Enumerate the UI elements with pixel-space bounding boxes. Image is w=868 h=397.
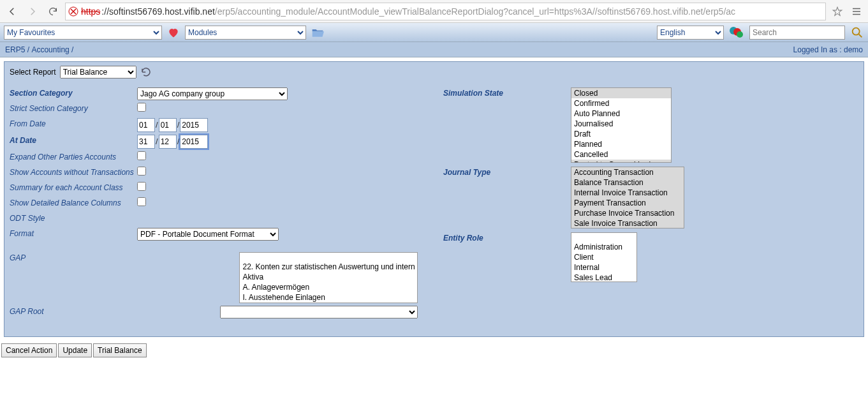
trial-balance-button[interactable]: Trial Balance	[93, 343, 147, 357]
select-report-label: Select Report	[10, 68, 56, 77]
url-sep: ://	[101, 6, 109, 17]
show-without-checkbox[interactable]	[137, 167, 146, 176]
browser-toolbar: https :// softinst56769.host.vifib.net /…	[0, 0, 868, 23]
svg-point-4	[853, 27, 860, 34]
select-report-dropdown[interactable]: Trial Balance	[60, 66, 136, 79]
journal-option[interactable]: Purchase Invoice Transaction	[571, 208, 684, 218]
breadcrumb-bar: ERP5 / Accounting / Logged In as : demo	[0, 42, 868, 57]
at-date-year[interactable]	[180, 135, 208, 149]
modules-select[interactable]: Modules	[185, 26, 306, 40]
gap-label: GAP	[10, 252, 239, 262]
sim-state-listbox[interactable]: Closed Confirmed Auto Planned Journalise…	[571, 87, 672, 163]
from-date-label: From Date	[10, 118, 137, 128]
entity-option[interactable]: Client	[571, 252, 636, 262]
hamburger-menu-icon[interactable]	[849, 4, 864, 19]
summary-class-checkbox[interactable]	[137, 182, 146, 191]
journal-type-label: Journal Type	[443, 167, 571, 177]
gap-option[interactable]: A. Anlagevermögen	[240, 282, 417, 292]
sim-state-option[interactable]: Posted to General Ledger	[571, 160, 671, 163]
gap-listbox[interactable]: 22. Konten zur statistischen Auswertung …	[239, 252, 418, 303]
search-icon[interactable]	[850, 26, 864, 40]
bookmark-star-icon[interactable]	[830, 4, 845, 19]
from-date-day[interactable]	[137, 118, 155, 132]
strict-section-label: Strict Section Category	[10, 103, 137, 113]
from-date-year[interactable]	[180, 118, 208, 132]
nav-back-button[interactable]	[4, 3, 20, 20]
heart-icon[interactable]	[167, 26, 180, 39]
entity-option[interactable]: Internal	[571, 262, 636, 273]
report-dialog: Select Report Trial Balance Section Cate…	[4, 61, 864, 337]
sim-state-option[interactable]: Draft	[571, 129, 671, 139]
odt-style-label: ODT Style	[10, 213, 137, 223]
url-path: /erp5/accounting_module/AccountModule_vi…	[215, 6, 735, 17]
journal-option[interactable]: Balance Transaction	[571, 177, 684, 188]
svg-point-3	[737, 31, 743, 38]
at-date-label: At Date	[10, 135, 137, 145]
journal-option[interactable]: Sale Invoice Transaction	[571, 218, 684, 228]
folder-open-icon[interactable]	[311, 27, 324, 38]
url-host: softinst56769.host.vifib.net	[109, 6, 215, 17]
erp5-topbar: My Favourites Modules English	[0, 23, 868, 42]
breadcrumb-accounting[interactable]: Accounting	[31, 45, 69, 54]
show-without-label: Show Accounts without Transactions	[10, 167, 137, 177]
gap-root-label: GAP Root	[10, 306, 220, 316]
journal-option[interactable]: Payment Transaction	[571, 198, 684, 208]
url-bar[interactable]: https :// softinst56769.host.vifib.net /…	[65, 3, 826, 20]
action-bar: Cancel Action Update Trial Balance	[0, 341, 868, 360]
right-column: Simulation State Closed Confirmed Auto P…	[443, 87, 858, 321]
gap-root-select[interactable]	[220, 306, 418, 318]
sim-state-option[interactable]: Cancelled	[571, 149, 671, 160]
section-category-label: Section Category	[10, 87, 137, 98]
refresh-icon[interactable]	[140, 66, 152, 78]
at-date-day[interactable]	[137, 135, 155, 149]
insecure-https-icon	[68, 6, 78, 17]
entity-option[interactable]: Administration	[571, 242, 636, 252]
language-select[interactable]: English	[657, 26, 724, 40]
language-flag-icon[interactable]	[729, 26, 744, 39]
sim-state-option[interactable]: Planned	[571, 139, 671, 149]
left-column: Section Category Jago AG company group S…	[10, 87, 418, 321]
search-input[interactable]	[749, 26, 845, 40]
url-scheme: https	[81, 6, 100, 17]
strict-section-checkbox[interactable]	[137, 103, 146, 112]
sim-state-option[interactable]: Journalised	[571, 119, 671, 129]
entity-option[interactable]: Sales Lead	[571, 273, 636, 282]
sim-state-option[interactable]: Auto Planned	[571, 109, 671, 119]
cancel-action-button[interactable]: Cancel Action	[1, 343, 57, 357]
gap-option[interactable]: I. Ausstehende Einlagen	[240, 292, 417, 303]
summary-class-label: Summary for each Account Class	[10, 182, 137, 192]
gap-option[interactable]: 22. Konten zur statistischen Auswertung …	[240, 262, 417, 272]
sim-state-option[interactable]: Confirmed	[571, 98, 671, 109]
gap-option[interactable]: Aktiva	[240, 272, 417, 282]
entity-option[interactable]	[571, 233, 636, 242]
favourites-select[interactable]: My Favourites	[4, 26, 162, 40]
detailed-balance-label: Show Detailed Balance Columns	[10, 197, 137, 207]
expand-other-label: Expand Other Parties Accounts	[10, 151, 137, 161]
journal-option[interactable]: Internal Invoice Transaction	[571, 188, 684, 198]
at-date-month[interactable]	[159, 135, 177, 149]
sim-state-label: Simulation State	[443, 87, 571, 98]
journal-option[interactable]: Accounting Transaction	[571, 167, 684, 177]
journal-type-listbox[interactable]: Accounting Transaction Balance Transacti…	[571, 167, 684, 228]
sim-state-option[interactable]: Closed	[571, 88, 671, 98]
logged-in-as: Logged In as : demo	[793, 45, 863, 54]
detailed-balance-checkbox[interactable]	[137, 197, 146, 206]
entity-role-label: Entity Role	[443, 232, 571, 243]
nav-forward-button	[24, 3, 41, 20]
format-select[interactable]: PDF - Portable Document Format	[137, 228, 279, 241]
update-button[interactable]: Update	[58, 343, 92, 357]
format-label: Format	[10, 228, 137, 238]
from-date-month[interactable]	[159, 118, 177, 132]
entity-role-listbox[interactable]: Administration Client Internal Sales Lea…	[571, 232, 637, 282]
breadcrumb-erp5[interactable]: ERP5	[5, 45, 25, 54]
expand-other-checkbox[interactable]	[137, 151, 146, 160]
section-category-select[interactable]: Jago AG company group	[137, 87, 288, 100]
nav-reload-button[interactable]	[45, 3, 61, 20]
